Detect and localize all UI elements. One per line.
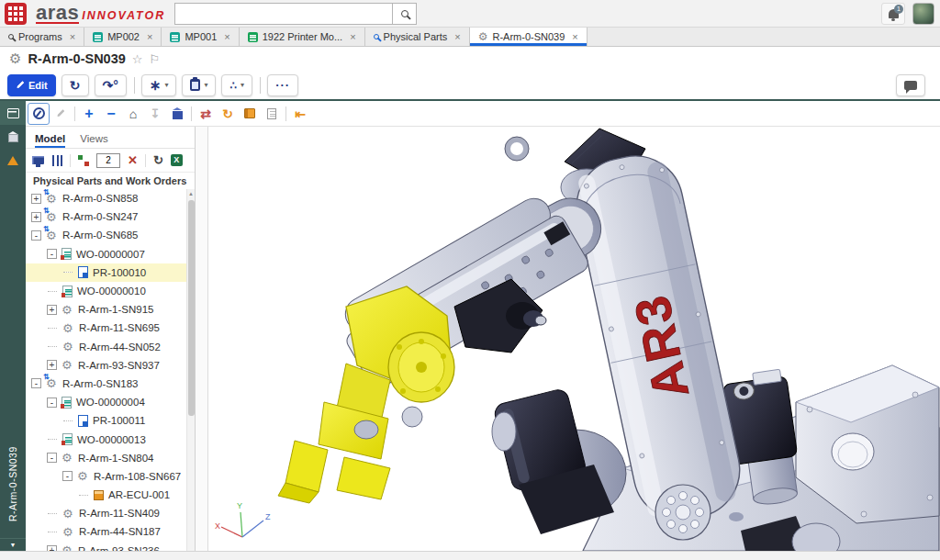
zoom-out-button[interactable]: − [100,103,122,125]
home-view-button[interactable]: ⌂ [122,103,144,125]
refresh-tree-icon[interactable]: ↻ [153,154,163,166]
panel-toggle-button[interactable] [0,101,26,125]
tab[interactable]: 1922 Printer Mo... × [240,28,365,46]
export-excel-icon[interactable]: X [171,154,183,166]
exit-viewer-button[interactable]: ⇤ [289,103,311,125]
tab-close-icon[interactable]: × [350,31,355,42]
edit-button[interactable]: Edit [7,74,56,96]
tree-row[interactable]: - R-Arm-108-SN667 [26,467,187,486]
panel-splitter[interactable] [196,127,208,551]
cube-view-button[interactable] [166,103,188,125]
tab-close-icon[interactable]: × [572,31,577,42]
expand-toggle[interactable]: + [47,360,57,370]
notifications-button[interactable]: 1 [881,3,905,25]
search-button[interactable] [392,4,416,24]
user-avatar[interactable] [912,3,934,25]
reset-rotation-button[interactable]: ↻ [217,103,239,125]
collapse-toggle[interactable]: - [47,453,57,463]
collapse-toggle[interactable]: - [62,471,73,481]
tree-scrollbar[interactable]: ▲ [186,189,195,551]
collapse-toggle[interactable]: - [47,398,57,408]
tree-row[interactable]: R-Arm-44-SN187 [26,522,187,541]
measure-button[interactable]: ⇄ [195,103,217,125]
tree-row-label: R-Arm-44-SN187 [79,526,161,537]
tree-row[interactable]: - R-Arm-0-SN183 [26,375,187,393]
tree-row[interactable]: + R-Arm-93-SN236 [26,542,187,551]
orbit-compass-button[interactable] [28,103,50,125]
expand-toggle[interactable]: + [31,212,41,222]
drop-to-floor-button[interactable]: ↧ [144,103,166,125]
tree-row[interactable]: + R-Arm-93-SN937 [26,356,187,375]
tree-row[interactable]: - R-Arm-1-SN804 [26,449,187,467]
tree-row[interactable]: + R-Arm-1-SN915 [26,300,187,319]
tree-row[interactable]: PR-100010 [26,263,187,282]
tree-row[interactable]: R-Arm-11-SN409 [26,504,187,522]
structure-panel-tabs: Model Views [26,127,195,149]
prune-icon[interactable]: ✕ [128,154,138,166]
tree-row[interactable]: + R-Arm-0-SN247 [26,207,187,226]
tree-depth-icon[interactable] [78,155,89,166]
doc-teal-icon [170,32,180,42]
workorder-icon [62,286,73,297]
share-button[interactable]: ∴▾ [221,74,252,96]
item-title-bar: ⚙ R-Arm-0-SN039 ☆ ⚐ [0,47,940,71]
tree-row[interactable]: PR-100011 [26,411,187,430]
search-input[interactable] [175,4,392,24]
promote-button[interactable]: ↷° [95,74,127,96]
tree-row[interactable]: R-Arm-44-SN052 [26,338,187,356]
expand-toggle[interactable]: + [47,305,57,315]
viewer-3d-canvas[interactable]: AR3 [208,127,940,551]
tree-row[interactable]: - WO-00000007 [26,245,187,263]
expand-toggle[interactable]: + [31,194,41,204]
collapse-toggle[interactable]: - [47,249,57,259]
more-actions-button[interactable]: ··· [267,74,298,96]
tree-row[interactable]: - R-Arm-0-SN685 [26,226,187,244]
structure-rail-button[interactable] [0,149,26,173]
tree-row[interactable]: WO-00000013 [26,430,187,448]
tree-connector [48,328,57,329]
comments-button[interactable] [896,74,925,96]
depth-input[interactable] [96,153,120,168]
tree-row-label: R-Arm-1-SN804 [78,453,153,464]
tree-row[interactable]: - WO-00000004 [26,393,187,411]
model-3d-rail-button[interactable] [0,125,26,149]
report-button[interactable] [261,103,283,125]
app-launcher-icon[interactable] [5,3,27,25]
tab-close-icon[interactable]: × [70,31,75,42]
active-item-vertical-tab[interactable]: R-Arm-0-SN039 [0,418,26,551]
tree-row[interactable]: AR-ECU-001 [26,486,187,504]
impact-analysis-button[interactable]: ∗▾ [141,74,177,96]
tree-row[interactable]: + R-Arm-0-SN858 [26,189,187,207]
display-settings-icon[interactable] [32,156,44,164]
tree-row[interactable]: WO-00000010 [26,282,187,300]
tab[interactable]: Programs × [0,28,84,46]
markup-button[interactable] [50,103,72,125]
favorite-star-icon[interactable]: ☆ [132,52,143,66]
clipboard-button[interactable]: ▾ [182,74,216,96]
scrollbar-thumb[interactable] [188,200,195,416]
tree-row[interactable]: R-Arm-11-SN695 [26,319,187,337]
scroll-up-icon[interactable]: ▲ [187,189,195,198]
tab-close-icon[interactable]: × [454,31,460,42]
collapse-arrow-icon[interactable]: ▼ [0,538,26,551]
tab[interactable]: Physical Parts × [365,28,470,46]
filter-columns-icon[interactable] [51,155,62,166]
tab-model[interactable]: Model [35,133,65,148]
collapse-toggle[interactable]: - [31,230,41,241]
tab[interactable]: MP002 × [84,28,162,46]
tab-close-icon[interactable]: × [224,31,229,42]
gear-icon [62,508,74,520]
catalog-button[interactable] [239,103,261,125]
notification-badge: 1 [894,5,903,14]
zoom-in-button[interactable]: + [78,103,100,125]
collapse-toggle[interactable]: - [31,378,41,388]
tab-label: R-Arm-0-SN039 [493,31,565,42]
tab-close-icon[interactable]: × [147,31,152,42]
report-page-icon [267,108,276,119]
tree-row-label: PR-100011 [93,415,145,426]
flag-icon[interactable]: ⚐ [149,52,160,66]
tab[interactable]: R-Arm-0-SN039 × [470,28,588,46]
refresh-button[interactable]: ↻ [62,74,89,96]
tab[interactable]: MP001 × [162,28,239,46]
tab-views[interactable]: Views [80,133,107,148]
